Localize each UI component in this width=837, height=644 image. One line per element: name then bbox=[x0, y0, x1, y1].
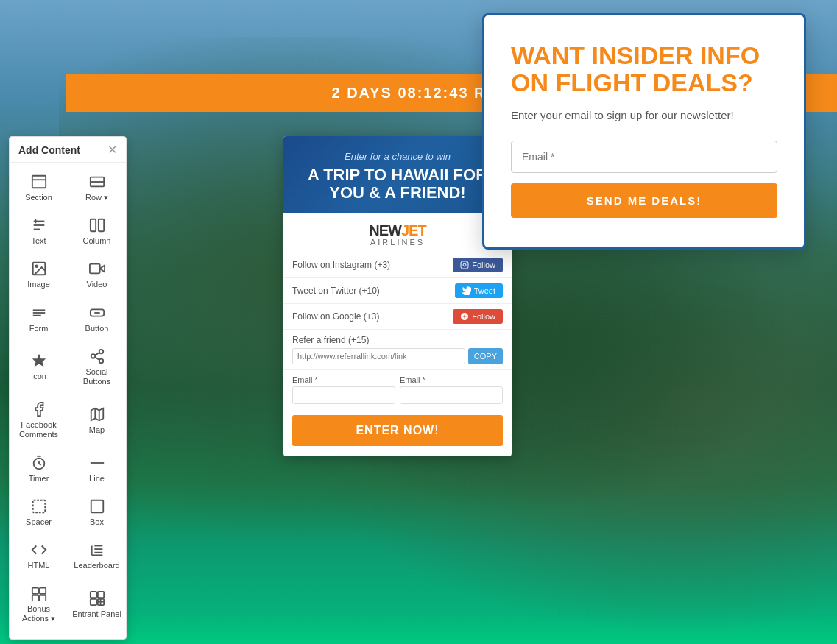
video-icon bbox=[89, 261, 105, 277]
google-icon bbox=[460, 312, 469, 321]
svg-marker-25 bbox=[91, 408, 103, 420]
email-input-1[interactable] bbox=[292, 386, 395, 404]
close-button[interactable]: ✕ bbox=[107, 144, 117, 156]
panel-header: Add Content ✕ bbox=[10, 137, 126, 163]
social-icon bbox=[89, 348, 105, 364]
button-icon bbox=[89, 305, 105, 321]
email-input-2[interactable] bbox=[400, 386, 503, 404]
newsletter-submit-button[interactable]: SEND ME DEALS! bbox=[511, 183, 777, 218]
box-icon bbox=[89, 498, 105, 514]
sidebar-item-icon[interactable]: Icon bbox=[10, 340, 68, 393]
column-icon bbox=[89, 217, 105, 233]
sidebar-item-html[interactable]: HTML bbox=[10, 534, 68, 577]
button-label: Button bbox=[85, 324, 109, 333]
svg-line-24 bbox=[94, 353, 99, 355]
form-label: Form bbox=[29, 324, 49, 333]
leaderboard-icon bbox=[89, 542, 105, 558]
svg-marker-12 bbox=[99, 266, 104, 272]
google-action-row: Follow on Google (+3) Follow bbox=[283, 304, 512, 330]
sidebar-item-image[interactable]: Image bbox=[10, 252, 68, 296]
sidebar-item-box[interactable]: Box bbox=[68, 490, 126, 534]
sidebar-item-map[interactable]: Map bbox=[68, 393, 126, 446]
sidebar-item-line[interactable]: Line bbox=[68, 447, 126, 490]
referral-input[interactable] bbox=[292, 348, 465, 364]
svg-rect-40 bbox=[32, 595, 38, 601]
svg-rect-48 bbox=[461, 261, 468, 269]
campaign-logo: NEWJET AIRLINES bbox=[283, 213, 512, 252]
sidebar-item-column[interactable]: Column bbox=[68, 209, 126, 252]
instagram-icon bbox=[460, 261, 469, 269]
svg-rect-38 bbox=[32, 588, 38, 594]
google-action-label: Follow on Google (+3) bbox=[292, 311, 379, 322]
campaign-card: Enter for a chance to win A TRIP TO HAWA… bbox=[283, 136, 512, 456]
svg-rect-42 bbox=[90, 591, 96, 597]
sidebar-item-text[interactable]: Text bbox=[10, 209, 68, 252]
sidebar-item-timer[interactable]: Timer bbox=[10, 447, 68, 490]
html-icon bbox=[31, 542, 47, 558]
sidebar-item-leaderboard[interactable]: Leaderboard bbox=[68, 534, 126, 577]
image-icon bbox=[31, 261, 47, 277]
twitter-tweet-button[interactable]: Tweet bbox=[455, 283, 503, 298]
instagram-action-row: Follow on Instagram (+3) Follow bbox=[283, 252, 512, 278]
sidebar-item-section[interactable]: Section bbox=[10, 166, 68, 209]
twitter-icon bbox=[462, 286, 471, 295]
enter-now-button[interactable]: ENTER NOW! bbox=[292, 415, 503, 446]
map-label: Map bbox=[89, 425, 105, 435]
form-icon bbox=[31, 305, 47, 321]
newsletter-email-input[interactable] bbox=[511, 141, 777, 173]
referral-label: Refer a friend (+15) bbox=[292, 335, 503, 345]
instagram-action-label: Follow on Instagram (+3) bbox=[292, 260, 390, 270]
svg-point-20 bbox=[99, 350, 103, 354]
svg-rect-32 bbox=[91, 500, 103, 512]
panel-title: Add Content bbox=[18, 144, 80, 156]
sidebar-item-entrant-panel[interactable]: Entrant Panel bbox=[68, 577, 126, 630]
spacer-label: Spacer bbox=[26, 517, 52, 527]
sidebar-item-social-buttons[interactable]: Social Buttons bbox=[68, 340, 126, 393]
referral-input-row: COPY bbox=[292, 348, 503, 364]
sidebar-item-bonus-actions[interactable]: Bonus Actions ▾ bbox=[10, 577, 68, 630]
sidebar-item-row[interactable]: Row ▾ bbox=[68, 166, 126, 209]
svg-rect-31 bbox=[32, 500, 45, 512]
email-field-2-container: Email * bbox=[400, 375, 503, 404]
sidebar-item-button[interactable]: Button bbox=[68, 297, 126, 340]
svg-point-22 bbox=[99, 358, 103, 363]
sidebar-item-form[interactable]: Form bbox=[10, 297, 68, 340]
svg-point-11 bbox=[35, 266, 38, 268]
copy-button[interactable]: COPY bbox=[468, 348, 503, 364]
sidebar-item-facebook-comments[interactable]: Facebook Comments bbox=[10, 393, 68, 446]
svg-marker-19 bbox=[32, 354, 45, 367]
svg-rect-39 bbox=[39, 588, 45, 594]
spacer-icon bbox=[31, 498, 47, 514]
svg-rect-41 bbox=[39, 595, 45, 601]
email-label-1: Email * bbox=[292, 375, 395, 384]
email-label-2: Email * bbox=[400, 375, 503, 384]
line-icon bbox=[89, 455, 105, 471]
icon-icon bbox=[31, 353, 47, 369]
sidebar-item-video[interactable]: Video bbox=[68, 252, 126, 296]
svg-rect-43 bbox=[97, 591, 103, 597]
box-label: Box bbox=[90, 517, 104, 527]
row-label: Row ▾ bbox=[85, 193, 108, 202]
campaign-header: Enter for a chance to win A TRIP TO HAWA… bbox=[283, 136, 512, 213]
section-icon bbox=[31, 174, 47, 190]
svg-rect-0 bbox=[32, 176, 45, 188]
sidebar-item-spacer[interactable]: Spacer bbox=[10, 490, 68, 534]
svg-rect-13 bbox=[89, 264, 99, 274]
column-label: Column bbox=[83, 236, 111, 246]
svg-rect-44 bbox=[90, 599, 96, 605]
image-label: Image bbox=[27, 280, 50, 289]
instagram-follow-button[interactable]: Follow bbox=[453, 258, 503, 272]
newsletter-subtitle: Enter your email to sign up for our news… bbox=[511, 107, 777, 123]
trip-text: A TRIP TO HAWAII FOR YOU & A FRIEND! bbox=[295, 166, 500, 202]
row-icon bbox=[89, 174, 105, 190]
twitter-action-row: Tweet on Twitter (+10) Tweet bbox=[283, 278, 512, 304]
enter-text: Enter for a chance to win bbox=[295, 151, 500, 162]
line-label: Line bbox=[89, 474, 105, 484]
icon-label: Icon bbox=[31, 372, 46, 381]
bonus-actions-label: Bonus Actions ▾ bbox=[13, 604, 64, 623]
add-content-panel: Add Content ✕ Section Row ▾ bbox=[9, 136, 127, 640]
svg-rect-9 bbox=[98, 219, 103, 232]
google-follow-button[interactable]: Follow bbox=[453, 309, 503, 324]
twitter-action-label: Tweet on Twitter (+10) bbox=[292, 286, 380, 296]
timer-label: Timer bbox=[29, 474, 49, 484]
